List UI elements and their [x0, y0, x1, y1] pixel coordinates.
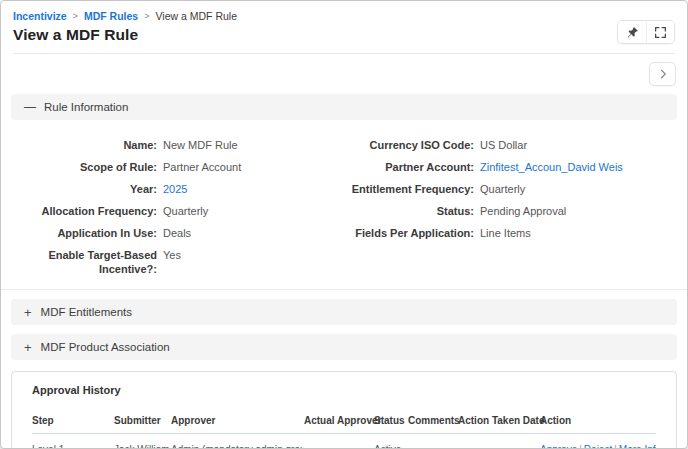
field-label: Name: — [13, 138, 163, 152]
header-toolbar — [617, 20, 675, 44]
field-status: Status: Pending Approval — [346, 204, 675, 226]
cell-submitter: Jack William — [114, 434, 171, 449]
next-panel-button[interactable] — [649, 62, 676, 86]
field-label: Application In Use: — [13, 226, 163, 240]
cell-comments — [408, 434, 458, 449]
view-mdf-rule-page: Incentivize > MDF Rules > View a MDF Rul… — [0, 0, 688, 449]
field-label: Allocation Frequency: — [13, 204, 163, 218]
field-year: Year: 2025 — [13, 182, 342, 204]
breadcrumb-mdf-rules[interactable]: MDF Rules — [84, 10, 138, 22]
field-name: Name: New MDF Rule — [13, 138, 342, 160]
field-value: Partner Account — [163, 160, 241, 174]
field-entitlement-frequency: Entitlement Frequency: Quarterly — [346, 182, 675, 204]
field-label: Fields Per Application: — [346, 226, 480, 240]
approval-history-card: Approval History Step Submitter Approver… — [11, 371, 677, 449]
approval-history-table: Step Submitter Approver Actual Approver … — [32, 409, 656, 449]
field-label: Scope of Rule: — [13, 160, 163, 174]
cell-status: Active — [374, 434, 408, 449]
page-header: Incentivize > MDF Rules > View a MDF Rul… — [1, 1, 687, 54]
section-title: Rule Information — [44, 101, 128, 113]
rule-information-fields: Name: New MDF Rule Currency ISO Code: US… — [11, 129, 677, 289]
field-label: Status: — [346, 204, 480, 218]
section-title: MDF Entitlements — [41, 306, 132, 318]
table-header-row: Step Submitter Approver Actual Approver … — [32, 409, 656, 434]
action-separator: | — [579, 444, 582, 449]
cell-action: Approve|Reject|More Info — [540, 434, 656, 449]
field-label: Enable Target-Based Incentive?: — [13, 248, 163, 276]
more-info-link[interactable]: More Info — [619, 444, 656, 449]
table-row: Level 1 Jack William Admin (mandatory ad… — [32, 434, 656, 449]
cell-actual-approver — [304, 434, 374, 449]
breadcrumb-current: View a MDF Rule — [155, 10, 237, 22]
field-value: Quarterly — [163, 204, 208, 218]
breadcrumb-separator-icon: > — [73, 11, 78, 21]
partner-account-link[interactable]: Zinfitest_Accoun_David Weis — [480, 160, 623, 174]
column-header-submitter: Submitter — [114, 409, 171, 434]
expand-icon: + — [24, 341, 32, 354]
field-fields-per-application: Fields Per Application: Line Items — [346, 226, 675, 248]
field-value: Line Items — [480, 226, 531, 240]
field-value: Pending Approval — [480, 204, 566, 218]
field-value: Yes — [163, 248, 181, 262]
cell-approver: Admin (mandatory admin group) — [171, 434, 304, 449]
breadcrumb-incentivize[interactable]: Incentivize — [13, 10, 67, 22]
cell-action-taken-date — [458, 434, 540, 449]
pin-button[interactable] — [618, 21, 646, 43]
collapse-icon: — — [24, 101, 35, 113]
fullscreen-icon — [654, 26, 667, 39]
reject-link[interactable]: Reject — [584, 444, 612, 449]
section-header-rule-information[interactable]: — Rule Information — [11, 94, 677, 120]
field-label: Year: — [13, 182, 163, 196]
field-currency-iso-code: Currency ISO Code: US Dollar — [346, 138, 675, 160]
section-title: MDF Product Association — [41, 341, 170, 353]
field-value: Deals — [163, 226, 191, 240]
year-link[interactable]: 2025 — [163, 182, 187, 196]
field-application-in-use: Application In Use: Deals — [13, 226, 342, 248]
section-header-mdf-product-association[interactable]: + MDF Product Association — [11, 334, 677, 360]
field-label: Currency ISO Code: — [346, 138, 480, 152]
section-header-mdf-entitlements[interactable]: + MDF Entitlements — [11, 299, 677, 325]
field-scope-of-rule: Scope of Rule: Partner Account — [13, 160, 342, 182]
field-empty — [346, 248, 675, 276]
column-header-action-taken-date: Action Taken Date — [458, 409, 540, 434]
fullscreen-button[interactable] — [646, 21, 674, 43]
column-header-approver: Approver — [171, 409, 304, 434]
page-title: View a MDF Rule — [13, 26, 138, 44]
page-body: — Rule Information Name: New MDF Rule Cu… — [1, 54, 687, 449]
field-value: Quarterly — [480, 182, 525, 196]
section-divider — [1, 289, 687, 290]
field-allocation-frequency: Allocation Frequency: Quarterly — [13, 204, 342, 226]
expand-icon: + — [24, 306, 32, 319]
breadcrumb: Incentivize > MDF Rules > View a MDF Rul… — [13, 10, 675, 22]
column-header-comments: Comments — [408, 409, 458, 434]
field-enable-target-based-incentive: Enable Target-Based Incentive?: Yes — [13, 248, 342, 276]
column-header-step: Step — [32, 409, 114, 434]
breadcrumb-separator-icon: > — [144, 11, 149, 21]
column-header-status: Status — [374, 409, 408, 434]
field-label: Entitlement Frequency: — [346, 182, 480, 196]
pushpin-icon — [626, 26, 639, 39]
chevron-right-icon — [657, 68, 669, 80]
field-value: New MDF Rule — [163, 138, 238, 152]
column-header-action: Action — [540, 409, 656, 434]
approve-link[interactable]: Approve — [540, 444, 577, 449]
field-value: US Dollar — [480, 138, 527, 152]
field-partner-account: Partner Account: Zinfitest_Accoun_David … — [346, 160, 675, 182]
action-separator: | — [614, 444, 617, 449]
field-label: Partner Account: — [346, 160, 480, 174]
approval-history-title: Approval History — [32, 384, 656, 396]
column-header-actual-approver: Actual Approver — [304, 409, 374, 434]
cell-step: Level 1 — [32, 434, 114, 449]
